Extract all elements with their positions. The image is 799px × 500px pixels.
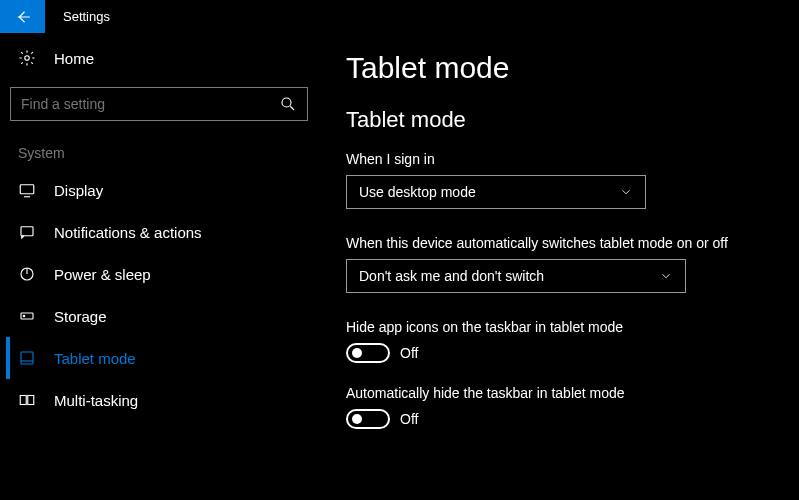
sidebar-item-tablet-mode[interactable]: Tablet mode [6, 337, 308, 379]
sidebar-item-multitasking[interactable]: Multi-tasking [6, 379, 308, 421]
sidebar-item-label: Power & sleep [54, 266, 151, 283]
storage-icon [18, 307, 36, 325]
monitor-icon [18, 181, 36, 199]
search-icon [279, 95, 297, 113]
main-panel: Tablet mode Tablet mode When I sign in U… [318, 33, 799, 500]
chevron-down-icon [619, 185, 633, 199]
svg-rect-2 [20, 185, 34, 194]
svg-point-0 [25, 56, 30, 61]
auto-switch-label: When this device automatically switches … [346, 235, 779, 251]
hide-taskbar-toggle[interactable] [346, 409, 390, 429]
svg-point-6 [23, 315, 25, 317]
svg-rect-7 [21, 352, 33, 364]
gear-icon [18, 49, 36, 67]
sidebar-item-label: Tablet mode [54, 350, 136, 367]
multitasking-icon [18, 391, 36, 409]
search-box[interactable] [10, 87, 308, 121]
hide-icons-label: Hide app icons on the taskbar in tablet … [346, 319, 779, 335]
notifications-icon [18, 223, 36, 241]
svg-rect-3 [21, 227, 33, 236]
search-input[interactable] [21, 96, 279, 112]
sidebar-item-notifications[interactable]: Notifications & actions [6, 211, 308, 253]
sidebar-item-power[interactable]: Power & sleep [6, 253, 308, 295]
hide-icons-toggle[interactable] [346, 343, 390, 363]
chevron-down-icon [659, 269, 673, 283]
arrow-left-icon [14, 8, 32, 26]
app-title: Settings [45, 0, 110, 33]
sidebar-item-display[interactable]: Display [6, 169, 308, 211]
auto-switch-dropdown[interactable]: Don't ask me and don't switch [346, 259, 686, 293]
svg-point-1 [282, 98, 291, 107]
sidebar-item-storage[interactable]: Storage [6, 295, 308, 337]
dropdown-value: Don't ask me and don't switch [359, 268, 544, 284]
section-title: Tablet mode [346, 107, 779, 133]
sign-in-dropdown[interactable]: Use desktop mode [346, 175, 646, 209]
tablet-icon [18, 349, 36, 367]
power-icon [18, 265, 36, 283]
title-bar: Settings [0, 0, 799, 33]
dropdown-value: Use desktop mode [359, 184, 476, 200]
sidebar-item-label: Notifications & actions [54, 224, 202, 241]
home-label: Home [54, 50, 94, 67]
toggle-state: Off [400, 411, 418, 427]
sidebar: Home System Display Notifications & acti… [0, 33, 318, 500]
svg-rect-8 [20, 396, 26, 405]
hide-taskbar-label: Automatically hide the taskbar in tablet… [346, 385, 779, 401]
sidebar-item-label: Storage [54, 308, 107, 325]
sign-in-label: When I sign in [346, 151, 779, 167]
sidebar-item-label: Display [54, 182, 103, 199]
home-link[interactable]: Home [10, 33, 308, 83]
toggle-state: Off [400, 345, 418, 361]
svg-rect-9 [28, 396, 34, 405]
sidebar-item-label: Multi-tasking [54, 392, 138, 409]
page-title: Tablet mode [346, 51, 779, 85]
back-button[interactable] [0, 0, 45, 33]
group-label-system: System [10, 139, 308, 169]
